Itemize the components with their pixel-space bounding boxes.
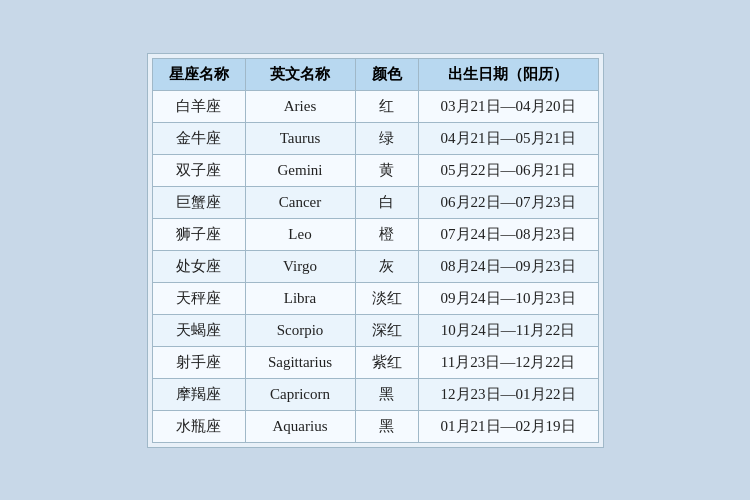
header-color: 颜色 <box>355 58 418 90</box>
cell-cn: 处女座 <box>152 250 245 282</box>
cell-cn: 双子座 <box>152 154 245 186</box>
cell-cn: 水瓶座 <box>152 410 245 442</box>
cell-cn: 金牛座 <box>152 122 245 154</box>
table-row: 巨蟹座Cancer白06月22日—07月23日 <box>152 186 598 218</box>
cell-color: 深红 <box>355 314 418 346</box>
cell-en: Libra <box>245 282 355 314</box>
cell-date: 07月24日—08月23日 <box>418 218 598 250</box>
cell-en: Scorpio <box>245 314 355 346</box>
zodiac-table: 星座名称 英文名称 颜色 出生日期（阳历） 白羊座Aries红03月21日—04… <box>152 58 599 443</box>
cell-color: 绿 <box>355 122 418 154</box>
cell-cn: 天蝎座 <box>152 314 245 346</box>
cell-cn: 巨蟹座 <box>152 186 245 218</box>
cell-en: Aries <box>245 90 355 122</box>
cell-color: 红 <box>355 90 418 122</box>
cell-en: Gemini <box>245 154 355 186</box>
cell-en: Capricorn <box>245 378 355 410</box>
cell-color: 黄 <box>355 154 418 186</box>
cell-color: 黑 <box>355 410 418 442</box>
cell-color: 灰 <box>355 250 418 282</box>
cell-en: Virgo <box>245 250 355 282</box>
table-row: 摩羯座Capricorn黑12月23日—01月22日 <box>152 378 598 410</box>
cell-cn: 摩羯座 <box>152 378 245 410</box>
header-date: 出生日期（阳历） <box>418 58 598 90</box>
table-row: 射手座Sagittarius紫红11月23日—12月22日 <box>152 346 598 378</box>
header-en: 英文名称 <box>245 58 355 90</box>
cell-en: Aquarius <box>245 410 355 442</box>
table-row: 水瓶座Aquarius黑01月21日—02月19日 <box>152 410 598 442</box>
table-row: 狮子座Leo橙07月24日—08月23日 <box>152 218 598 250</box>
table-header-row: 星座名称 英文名称 颜色 出生日期（阳历） <box>152 58 598 90</box>
cell-date: 11月23日—12月22日 <box>418 346 598 378</box>
cell-date: 08月24日—09月23日 <box>418 250 598 282</box>
cell-date: 05月22日—06月21日 <box>418 154 598 186</box>
cell-color: 淡红 <box>355 282 418 314</box>
cell-color: 黑 <box>355 378 418 410</box>
cell-cn: 白羊座 <box>152 90 245 122</box>
cell-en: Taurus <box>245 122 355 154</box>
cell-date: 12月23日—01月22日 <box>418 378 598 410</box>
cell-date: 03月21日—04月20日 <box>418 90 598 122</box>
cell-cn: 狮子座 <box>152 218 245 250</box>
cell-date: 06月22日—07月23日 <box>418 186 598 218</box>
cell-en: Leo <box>245 218 355 250</box>
cell-date: 04月21日—05月21日 <box>418 122 598 154</box>
cell-color: 白 <box>355 186 418 218</box>
cell-en: Sagittarius <box>245 346 355 378</box>
cell-cn: 天秤座 <box>152 282 245 314</box>
cell-date: 01月21日—02月19日 <box>418 410 598 442</box>
cell-date: 09月24日—10月23日 <box>418 282 598 314</box>
header-cn: 星座名称 <box>152 58 245 90</box>
table-row: 白羊座Aries红03月21日—04月20日 <box>152 90 598 122</box>
table-row: 双子座Gemini黄05月22日—06月21日 <box>152 154 598 186</box>
table-row: 金牛座Taurus绿04月21日—05月21日 <box>152 122 598 154</box>
cell-date: 10月24日—11月22日 <box>418 314 598 346</box>
table-row: 天秤座Libra淡红09月24日—10月23日 <box>152 282 598 314</box>
cell-color: 紫红 <box>355 346 418 378</box>
cell-color: 橙 <box>355 218 418 250</box>
table-row: 天蝎座Scorpio深红10月24日—11月22日 <box>152 314 598 346</box>
table-row: 处女座Virgo灰08月24日—09月23日 <box>152 250 598 282</box>
cell-cn: 射手座 <box>152 346 245 378</box>
zodiac-table-container: 星座名称 英文名称 颜色 出生日期（阳历） 白羊座Aries红03月21日—04… <box>147 53 604 448</box>
cell-en: Cancer <box>245 186 355 218</box>
